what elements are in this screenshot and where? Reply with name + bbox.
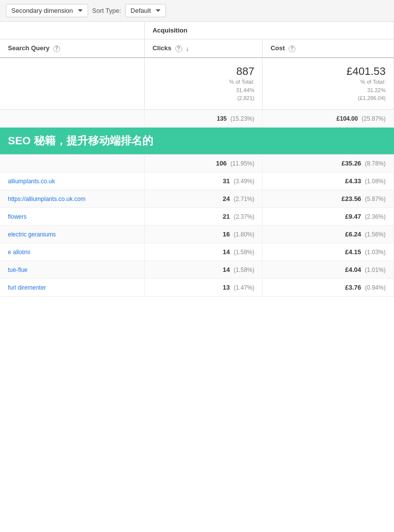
cost-value: £4.33 xyxy=(345,177,361,185)
default-sort-label: Default xyxy=(131,7,151,14)
secondary-dimension-label: Secondary dimension xyxy=(11,7,73,14)
cost-pct: (1.01%) xyxy=(365,266,386,273)
total-cost-value: £401.53 xyxy=(270,65,386,78)
cost-cell: £3.76 (0.94%) xyxy=(263,278,394,296)
clicks-cell: 13 (1.47%) xyxy=(144,278,263,296)
clicks-cell: 21 (2.37%) xyxy=(144,207,263,225)
table-row: https://alliumplants.co.uk.com 24 (2.71%… xyxy=(0,190,394,207)
sub-header-row: Search Query ? Clicks ? ↓ Cost ? xyxy=(0,39,394,58)
clicks-value: 24 xyxy=(223,195,230,202)
clicks-value: 21 xyxy=(223,213,230,220)
total-cost-cell: £401.53 % of Total: 31.22% (£1,286.04) xyxy=(263,58,394,109)
clicks-label: Clicks xyxy=(153,44,171,52)
total-clicks-value: 887 xyxy=(153,65,255,78)
table-row: electric geraniums 16 (1.80%) £6.24 (1.5… xyxy=(0,225,394,243)
cost-pct: (2.36%) xyxy=(365,213,386,220)
cost-pct: (1.08%) xyxy=(365,178,386,185)
query-text: electric geraniums xyxy=(8,231,56,238)
cost-pct: (1.56%) xyxy=(365,231,386,238)
query-text: alliumplants.co.uk xyxy=(8,178,55,185)
clicks-header[interactable]: Clicks ? ↓ xyxy=(144,39,263,58)
default-sort-dropdown[interactable]: Default xyxy=(125,4,166,17)
partial-query-1 xyxy=(0,109,144,127)
data-rows-table: alliumplants.co.uk 31 (3.49%) £4.33 (1.0… xyxy=(0,172,394,297)
partial-cost-pct: (25.87%) xyxy=(361,115,386,122)
total-clicks-pct-label: % of Total: xyxy=(229,79,254,85)
partial-query-2 xyxy=(0,154,144,172)
query-cell[interactable]: https://alliumplants.co.uk.com xyxy=(0,190,144,207)
sort-down-icon[interactable]: ↓ xyxy=(186,45,189,52)
total-clicks-pct: 31.44% xyxy=(236,87,254,93)
total-clicks-total: (2,821) xyxy=(237,95,255,101)
query-text: e allotmi xyxy=(8,249,30,256)
search-query-label: Search Query xyxy=(8,44,50,52)
data-table: Acquisition Search Query ? Clicks ? ↓ Co… xyxy=(0,22,394,172)
clicks-value: 31 xyxy=(223,177,230,185)
search-query-help-icon[interactable]: ? xyxy=(53,45,60,52)
toolbar: Secondary dimension Sort Type: Default xyxy=(0,0,394,22)
clicks-value: 16 xyxy=(223,231,230,238)
cost-value: £9.47 xyxy=(345,213,361,220)
secondary-dimension-dropdown[interactable]: Secondary dimension xyxy=(6,4,88,17)
query-cell[interactable]: alliumplants.co.uk xyxy=(0,172,144,190)
total-clicks-cell: 887 % of Total: 31.44% (2,821) xyxy=(144,58,263,109)
cost-cell: £4.15 (1.03%) xyxy=(263,243,394,261)
query-text: furl dirementer xyxy=(8,284,46,291)
clicks-pct: (1.58%) xyxy=(233,249,254,256)
banner-cell: SEO 秘籍，提升移动端排名的 xyxy=(0,127,394,154)
clicks-value: 13 xyxy=(223,284,230,291)
cost-cell: £23.56 (5.87%) xyxy=(263,190,394,207)
total-query-cell xyxy=(0,58,144,109)
query-text: tue-flue xyxy=(8,266,28,273)
table-row: e allotmi 14 (1.58%) £4.15 (1.03%) xyxy=(0,243,394,261)
clicks-pct: (1.80%) xyxy=(233,231,254,238)
clicks-help-icon[interactable]: ? xyxy=(175,45,182,52)
query-text: https://alliumplants.co.uk.com xyxy=(8,196,85,202)
partial-row-1: 135 (15.23%) £104.00 (25.87%) xyxy=(0,109,394,127)
cost-label: Cost xyxy=(270,44,285,52)
cost-value: £23.56 xyxy=(342,195,361,202)
clicks-cell: 31 (3.49%) xyxy=(144,172,263,190)
cost-pct: (1.03%) xyxy=(365,249,386,256)
partial-cost-value: £104.00 xyxy=(336,115,358,122)
banner-row: SEO 秘籍，提升移动端排名的 xyxy=(0,127,394,154)
cost-cell: £9.47 (2.36%) xyxy=(263,207,394,225)
total-clicks-sub: % of Total: 31.44% (2,821) xyxy=(153,78,255,102)
query-header-empty xyxy=(0,22,144,39)
query-cell[interactable]: tue-flue xyxy=(0,261,144,278)
banner-text: SEO 秘籍，提升移动端排名的 xyxy=(0,128,394,154)
clicks-pct: (2.37%) xyxy=(233,213,254,220)
clicks-value: 14 xyxy=(223,266,230,273)
query-cell[interactable]: e allotmi xyxy=(0,243,144,261)
cost-header[interactable]: Cost ? xyxy=(263,39,394,58)
second-partial-cost-pct: (8.78%) xyxy=(365,160,386,167)
clicks-cell: 14 (1.58%) xyxy=(144,243,263,261)
cost-value: £4.04 xyxy=(345,266,361,273)
search-query-header: Search Query ? xyxy=(0,39,144,58)
partial-row-2: 106 (11.95%) £35.26 (8.78%) xyxy=(0,154,394,172)
cost-value: £6.24 xyxy=(345,231,361,238)
cost-cell: £4.33 (1.08%) xyxy=(263,172,394,190)
second-partial-cost-value: £35.26 xyxy=(342,160,361,167)
query-cell[interactable]: electric geraniums xyxy=(0,225,144,243)
query-cell[interactable]: furl dirementer xyxy=(0,278,144,296)
sort-type-label: Sort Type: xyxy=(92,7,121,14)
second-partial-clicks-pct: (11.95%) xyxy=(230,160,255,167)
partial-cost-2: £35.26 (8.78%) xyxy=(263,154,394,172)
query-cell[interactable]: flowers xyxy=(0,207,144,225)
table-row: flowers 21 (2.37%) £9.47 (2.36%) xyxy=(0,207,394,225)
cost-value: £4.15 xyxy=(345,248,361,256)
clicks-cell: 14 (1.58%) xyxy=(144,261,263,278)
cost-cell: £6.24 (1.56%) xyxy=(263,225,394,243)
cost-help-icon[interactable]: ? xyxy=(289,45,296,52)
table-row: tue-flue 14 (1.58%) £4.04 (1.01%) xyxy=(0,261,394,278)
clicks-pct: (2.71%) xyxy=(233,196,254,202)
total-cost-sub: % of Total: 31.22% (£1,286.04) xyxy=(270,78,386,102)
acquisition-header: Acquisition xyxy=(144,22,394,39)
acquisition-label: Acquisition xyxy=(153,27,188,34)
clicks-cell: 24 (2.71%) xyxy=(144,190,263,207)
cost-cell: £4.04 (1.01%) xyxy=(263,261,394,278)
chevron-down-icon xyxy=(78,9,83,12)
cost-pct: (5.87%) xyxy=(365,196,386,202)
total-cost-total: (£1,286.04) xyxy=(358,95,386,101)
